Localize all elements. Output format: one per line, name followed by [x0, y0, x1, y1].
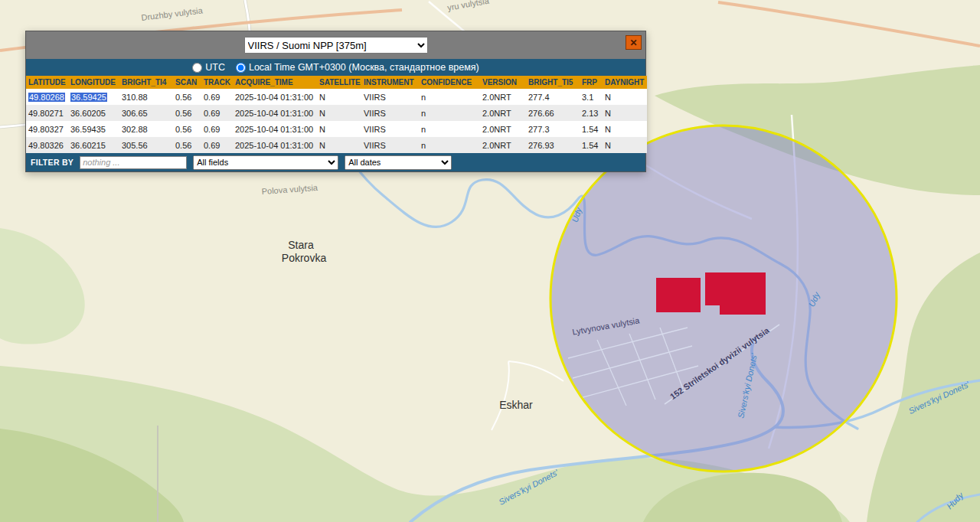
table-cell[interactable]: 0.69 — [201, 89, 233, 105]
table-cell[interactable]: VIIRS — [361, 89, 419, 105]
column-header[interactable]: SCAN — [173, 76, 201, 89]
table-cell[interactable]: 3.1 — [580, 89, 603, 105]
column-header[interactable]: CONFIDENCE — [419, 76, 480, 89]
table-cell[interactable]: 0.69 — [201, 105, 233, 121]
filter-input[interactable] — [80, 156, 187, 169]
column-header[interactable]: BRIGHT_TI5 — [526, 76, 580, 89]
table-cell[interactable]: N — [317, 89, 361, 105]
table-cell[interactable]: 2.13 — [580, 105, 603, 121]
fire-detections-panel: VIIRS / Suomi NPP [375m] ✕ UTC Local Tim… — [25, 31, 646, 172]
utc-radio[interactable] — [192, 63, 202, 73]
table-cell[interactable]: 0.69 — [201, 137, 233, 153]
filter-fields-select[interactable]: All fields — [193, 155, 338, 170]
filter-dates-select[interactable]: All dates — [345, 155, 452, 170]
table-cell[interactable]: 2025-10-04 01:31:00 — [233, 105, 317, 121]
table-row[interactable]: 49.8027136.60205306.650.560.692025-10-04… — [26, 105, 647, 121]
table-cell[interactable]: N — [317, 121, 361, 137]
utc-label: UTC — [205, 62, 225, 73]
table-cell[interactable]: 0.56 — [173, 89, 201, 105]
table-cell[interactable]: n — [419, 105, 480, 121]
local-time-radio[interactable] — [236, 63, 246, 73]
column-header[interactable]: FRP — [580, 76, 603, 89]
map-label: Eskhar — [499, 399, 533, 411]
table-cell[interactable]: 0.56 — [173, 105, 201, 121]
table-cell[interactable]: 302.88 — [119, 121, 173, 137]
table-head-row: LATITUDELONGITUDEBRIGHT_TI4SCANTRACKACQU… — [26, 76, 647, 89]
table-cell[interactable]: 49.80326 — [26, 137, 68, 153]
table-cell[interactable]: n — [419, 137, 480, 153]
table-cell[interactable]: 36.59425 — [68, 89, 119, 105]
local-time-label: Local Time GMT+0300 (Москва, стандартное… — [249, 62, 479, 73]
table-cell[interactable]: 49.80271 — [26, 105, 68, 121]
table-cell[interactable]: 2.0NRT — [480, 137, 526, 153]
filter-bar: FILTER BY All fields All dates — [26, 153, 645, 171]
table-cell[interactable]: 2.0NRT — [480, 89, 526, 105]
table-cell[interactable]: N — [603, 121, 647, 137]
table-cell[interactable]: N — [603, 105, 647, 121]
column-header[interactable]: LONGITUDE — [68, 76, 119, 89]
filter-by-label: FILTER BY — [31, 158, 74, 167]
table-cell[interactable]: 276.66 — [526, 105, 580, 121]
table-cell[interactable]: 2025-10-04 01:31:00 — [233, 121, 317, 137]
table-cell[interactable]: 305.56 — [119, 137, 173, 153]
table-cell[interactable]: 277.4 — [526, 89, 580, 105]
table-cell[interactable]: 0.56 — [173, 121, 201, 137]
table-cell[interactable]: 1.54 — [580, 121, 603, 137]
timezone-bar: UTC Local Time GMT+0300 (Москва, стандар… — [26, 59, 645, 76]
column-header[interactable]: SATELLITE — [317, 76, 361, 89]
table-cell[interactable]: 1.54 — [580, 137, 603, 153]
table-cell[interactable]: 277.3 — [526, 121, 580, 137]
table-cell[interactable]: VIIRS — [361, 137, 419, 153]
column-header[interactable]: BRIGHT_TI4 — [119, 76, 173, 89]
column-header[interactable]: VERSION — [480, 76, 526, 89]
table-cell[interactable]: 306.65 — [119, 105, 173, 121]
table-cell[interactable]: N — [317, 105, 361, 121]
table-cell[interactable]: 2.0NRT — [480, 121, 526, 137]
table-row[interactable]: 49.8032736.59435302.880.560.692025-10-04… — [26, 121, 647, 137]
table-cell[interactable]: 2.0NRT — [480, 105, 526, 121]
column-header[interactable]: DAYNIGHT — [603, 76, 647, 89]
table-cell[interactable]: N — [317, 137, 361, 153]
table-cell[interactable]: VIIRS — [361, 121, 419, 137]
column-header[interactable]: INSTRUMENT — [361, 76, 419, 89]
map-label: Pokrovka — [282, 252, 327, 264]
table-cell[interactable]: 310.88 — [119, 89, 173, 105]
panel-header: VIIRS / Suomi NPP [375m] ✕ — [26, 31, 645, 59]
table-cell[interactable]: n — [419, 121, 480, 137]
column-header[interactable]: LATITUDE — [26, 76, 68, 89]
table-cell[interactable]: 36.59435 — [68, 121, 119, 137]
map-label: Stara — [288, 239, 314, 251]
dataset-select[interactable]: VIIRS / Suomi NPP [375m] — [244, 37, 428, 54]
local-time-radio-option[interactable]: Local Time GMT+0300 (Москва, стандартное… — [236, 62, 479, 73]
table-cell[interactable]: 36.60215 — [68, 137, 119, 153]
close-button[interactable]: ✕ — [626, 35, 642, 50]
table-cell[interactable]: 49.80327 — [26, 121, 68, 137]
table-cell[interactable]: N — [603, 137, 647, 153]
detections-table: LATITUDELONGITUDEBRIGHT_TI4SCANTRACKACQU… — [26, 76, 647, 153]
table-cell[interactable]: VIIRS — [361, 105, 419, 121]
table-cell[interactable]: n — [419, 89, 480, 105]
table-row[interactable]: 49.8032636.60215305.560.560.692025-10-04… — [26, 137, 647, 153]
table-cell[interactable]: N — [603, 89, 647, 105]
table-cell[interactable]: 36.60205 — [68, 105, 119, 121]
table-cell[interactable]: 276.93 — [526, 137, 580, 153]
utc-radio-option[interactable]: UTC — [192, 62, 225, 73]
table-cell[interactable]: 49.80268 — [26, 89, 68, 105]
table-body: 49.8026836.59425310.880.560.692025-10-04… — [26, 89, 647, 153]
column-header[interactable]: TRACK — [201, 76, 233, 89]
table-cell[interactable]: 0.56 — [173, 137, 201, 153]
table-cell[interactable]: 2025-10-04 01:31:00 — [233, 89, 317, 105]
table-cell[interactable]: 2025-10-04 01:31:00 — [233, 137, 317, 153]
fire-footprint[interactable] — [656, 278, 701, 312]
column-header[interactable]: ACQUIRE_TIME — [233, 76, 317, 89]
table-row[interactable]: 49.8026836.59425310.880.560.692025-10-04… — [26, 89, 647, 105]
table-cell[interactable]: 0.69 — [201, 121, 233, 137]
